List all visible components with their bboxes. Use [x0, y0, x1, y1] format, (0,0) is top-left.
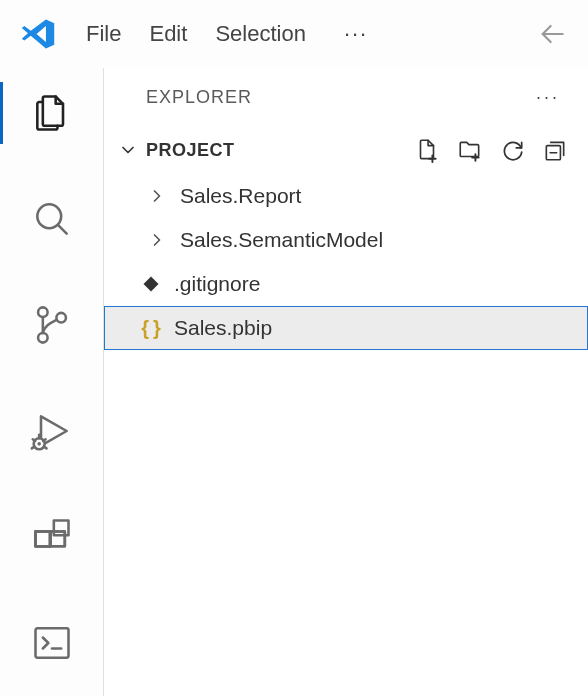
explorer-sidebar: EXPLORER ··· PROJECT — [103, 68, 588, 696]
svg-rect-17 — [53, 521, 68, 536]
folder-sales-report[interactable]: Sales.Report — [104, 174, 588, 218]
activity-source-control[interactable] — [0, 294, 103, 356]
explorer-title: EXPLORER — [146, 87, 536, 108]
new-folder-icon[interactable] — [456, 137, 484, 163]
activity-explorer[interactable] — [0, 82, 103, 144]
git-file-icon — [138, 274, 164, 294]
menu-overflow[interactable]: ··· — [344, 21, 368, 47]
file-tree: Sales.Report Sales.SemanticModel .gitign… — [104, 174, 588, 350]
svg-rect-6 — [35, 532, 50, 547]
back-arrow-icon[interactable] — [536, 18, 568, 50]
svg-point-5 — [37, 442, 41, 446]
title-bar: File Edit Selection ··· — [0, 0, 588, 68]
svg-point-2 — [38, 333, 48, 343]
main-menu: File Edit Selection ··· — [86, 21, 368, 47]
file-sales-pbip[interactable]: { } Sales.pbip — [104, 306, 588, 350]
svg-rect-12 — [50, 532, 65, 547]
file-gitignore[interactable]: .gitignore — [104, 262, 588, 306]
activity-run-debug[interactable] — [0, 400, 103, 462]
tree-item-label: .gitignore — [174, 272, 260, 296]
svg-rect-15 — [35, 532, 50, 547]
svg-point-1 — [38, 307, 48, 317]
tree-item-label: Sales.pbip — [174, 316, 272, 340]
explorer-header: EXPLORER ··· — [104, 68, 588, 126]
explorer-more-icon[interactable]: ··· — [536, 87, 560, 108]
activity-search[interactable] — [0, 188, 103, 250]
vscode-logo-icon — [20, 16, 56, 52]
refresh-icon[interactable] — [500, 137, 526, 163]
tree-item-label: Sales.SemanticModel — [180, 228, 383, 252]
svg-rect-8 — [35, 532, 50, 547]
json-file-icon: { } — [138, 317, 164, 340]
chevron-right-icon — [144, 230, 170, 250]
menu-edit[interactable]: Edit — [149, 21, 187, 47]
project-section-title: PROJECT — [146, 140, 414, 161]
tree-item-label: Sales.Report — [180, 184, 301, 208]
new-file-icon[interactable] — [414, 137, 440, 163]
collapse-all-icon[interactable] — [542, 137, 568, 163]
menu-selection[interactable]: Selection — [215, 21, 306, 47]
project-section-header[interactable]: PROJECT — [104, 126, 588, 174]
menu-file[interactable]: File — [86, 21, 121, 47]
activity-bar — [0, 68, 103, 696]
folder-sales-semanticmodel[interactable]: Sales.SemanticModel — [104, 218, 588, 262]
svg-rect-11 — [35, 532, 50, 547]
activity-terminal[interactable] — [0, 612, 103, 674]
chevron-right-icon — [144, 186, 170, 206]
activity-extensions[interactable] — [0, 506, 103, 568]
chevron-down-icon — [118, 140, 138, 160]
section-actions — [414, 137, 568, 163]
svg-rect-9 — [50, 532, 65, 547]
svg-point-3 — [56, 313, 66, 323]
svg-rect-18 — [35, 628, 68, 657]
